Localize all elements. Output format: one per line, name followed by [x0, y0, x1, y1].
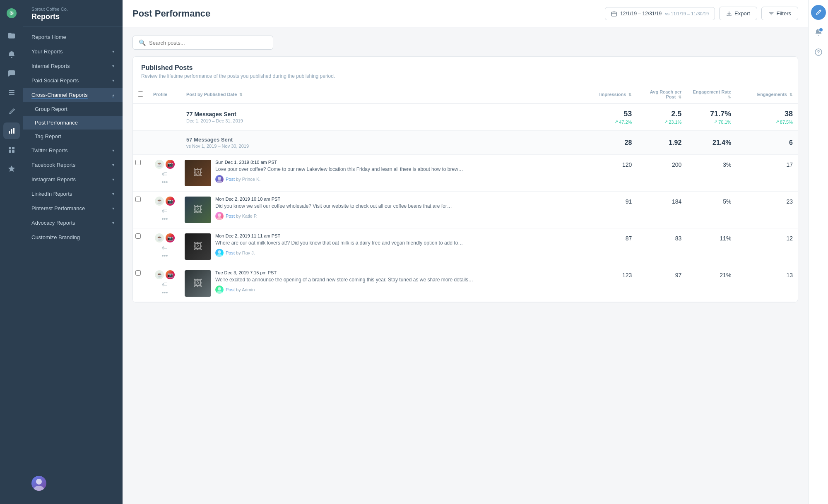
table-row: ☕ 📷 🏷 ••• 🖼 Mon Dec 2, 2019 11:11 am PST…: [133, 228, 798, 265]
post-impressions: 87: [580, 228, 637, 265]
post-engagement-rate: 11%: [686, 228, 736, 265]
col-header-avg-reach[interactable]: Avg Reach per Post ⇅: [637, 85, 686, 104]
sidebar-item-linkedin[interactable]: LinkedIn Reports ▾: [23, 187, 123, 201]
search-icon: 🔍: [139, 39, 146, 46]
posts-table: Profile Post by Published Date ⇅ Impress…: [133, 85, 798, 302]
export-button[interactable]: Export: [719, 7, 757, 20]
col-header-engagement-rate[interactable]: Engagement Rate ⇅: [686, 85, 736, 104]
sidebar-item-facebook[interactable]: Facebook Reports ▾: [23, 158, 123, 172]
svg-rect-9: [12, 150, 14, 153]
sidebar-item-paid-social[interactable]: Paid Social Reports ▾: [23, 73, 123, 88]
card-subtitle: Review the lifetime performance of the p…: [141, 73, 789, 79]
tag-icon[interactable]: 🏷: [162, 281, 168, 288]
instagram-icon: 📷: [166, 270, 175, 279]
more-options-icon[interactable]: •••: [162, 252, 168, 259]
post-author-label: Post by Admin: [226, 287, 255, 292]
help-button[interactable]: [811, 45, 826, 60]
table-row: ☕ 📷 🏷 ••• 🖼 Sun Dec 1, 2019 8:10 am PST …: [133, 155, 798, 192]
sidebar-item-instagram[interactable]: Instagram Reports ▾: [23, 172, 123, 187]
col-header-impressions[interactable]: Impressions ⇅: [580, 85, 637, 104]
user-avatar[interactable]: [31, 476, 46, 491]
calendar-icon: [611, 11, 617, 17]
engagements-trend: 87.5%: [741, 119, 793, 125]
svg-rect-6: [9, 147, 11, 149]
sort-icon: ⇅: [628, 93, 632, 97]
row-checkbox[interactable]: [135, 270, 141, 276]
post-avg-reach: 200: [637, 155, 686, 192]
sidebar-item-customize-branding[interactable]: Customize Branding: [23, 230, 123, 245]
col-header-engagements[interactable]: Engagements ⇅: [736, 85, 798, 104]
notifications-button[interactable]: [811, 25, 826, 40]
nav-icon-tasks[interactable]: [3, 84, 20, 101]
post-avg-reach: 184: [637, 192, 686, 228]
sidebar-nav: Reports Home Your Reports ▾ Internal Rep…: [23, 26, 123, 471]
search-input[interactable]: [149, 40, 267, 46]
svg-point-22: [218, 250, 221, 254]
nav-icon-publish[interactable]: [3, 142, 20, 158]
post-body: Where are our oat milk lovers at!? Did y…: [215, 240, 576, 247]
nav-icon-reports[interactable]: [3, 122, 20, 139]
sidebar-item-your-reports[interactable]: Your Reports ▾: [23, 44, 123, 59]
post-type: Post: [226, 250, 235, 255]
filters-button[interactable]: Filters: [761, 7, 798, 20]
sidebar-subitem-group-report[interactable]: Group Report: [23, 102, 123, 116]
compose-button[interactable]: [811, 5, 826, 20]
chevron-icon: ▾: [112, 206, 114, 211]
sidebar-item-twitter[interactable]: Twitter Reports ▾: [23, 143, 123, 158]
sidebar-item-cross-channel[interactable]: Cross-Channel Reports ▴: [23, 88, 123, 102]
summary-prev-messages: 57 Messages Sent: [186, 137, 575, 143]
svg-rect-1: [9, 92, 14, 93]
summary-previous-row: 57 Messages Sent vs Nov 1, 2019 – Nov 30…: [133, 131, 798, 155]
sort-icon: ⇅: [239, 93, 243, 97]
tag-icon[interactable]: 🏷: [162, 244, 168, 251]
col-header-post-date[interactable]: Post by Published Date ⇅: [181, 85, 580, 104]
sidebar-item-reports-home[interactable]: Reports Home: [23, 30, 123, 44]
main-content: Post Performance 12/1/19 – 12/31/19 vs 1…: [123, 0, 808, 504]
chevron-icon: ▾: [112, 221, 114, 225]
search-bar[interactable]: 🔍: [132, 36, 273, 50]
select-all-checkbox[interactable]: [138, 91, 143, 97]
more-options-icon[interactable]: •••: [162, 216, 168, 222]
sidebar-item-advocacy[interactable]: Advocacy Reports ▾: [23, 216, 123, 230]
tag-icon[interactable]: 🏷: [162, 170, 168, 177]
tag-icon[interactable]: 🏷: [162, 207, 168, 214]
card-title: Published Posts: [141, 64, 789, 72]
sidebar-item-pinterest[interactable]: Pinterest Performance ▾: [23, 201, 123, 216]
table-row: ☕ 📷 🏷 ••• 🖼 Mon Dec 2, 2019 10:10 am PST…: [133, 192, 798, 228]
post-avg-reach: 97: [637, 265, 686, 302]
page-title: Post Performance: [132, 8, 210, 19]
svg-point-16: [218, 177, 221, 180]
nav-icon-message[interactable]: [3, 65, 20, 82]
more-options-icon[interactable]: •••: [162, 289, 168, 296]
post-avg-reach: 83: [637, 228, 686, 265]
sidebar-subitem-tag-report[interactable]: Tag Report: [23, 130, 123, 143]
row-checkbox[interactable]: [135, 197, 141, 202]
svg-rect-12: [611, 12, 616, 16]
author-avatar: [215, 212, 224, 220]
post-thumbnail: 🖼: [185, 270, 211, 297]
more-options-icon[interactable]: •••: [162, 179, 168, 185]
nav-icon-compose[interactable]: [3, 103, 20, 120]
summary-prev-impressions: 28: [580, 131, 637, 155]
chevron-icon: ▾: [112, 163, 114, 167]
chevron-icon: ▾: [112, 49, 114, 54]
date-range-button[interactable]: 12/1/19 – 12/31/19 vs 11/1/19 – 11/30/19: [605, 7, 715, 20]
post-engagements: 17: [736, 155, 798, 192]
filters-icon: [768, 11, 774, 17]
sidebar-item-internal-reports[interactable]: Internal Reports ▾: [23, 59, 123, 73]
nav-icon-star[interactable]: [3, 161, 20, 177]
summary-current-engagements: 38: [741, 110, 793, 118]
post-thumbnail: 🖼: [185, 160, 211, 186]
post-author-label: Post by Ray J.: [226, 250, 255, 255]
sidebar-header: Sprout Coffee Co. Reports: [23, 0, 123, 26]
row-checkbox[interactable]: [135, 233, 141, 239]
sidebar-subitem-post-performance[interactable]: Post Performance: [23, 116, 123, 130]
svg-rect-14: [615, 11, 616, 12]
post-date: Tue Dec 3, 2019 7:15 pm PST: [215, 270, 576, 275]
nav-icon-bell[interactable]: [3, 46, 20, 63]
svg-point-25: [218, 287, 221, 290]
coffee-icon: ☕: [155, 233, 164, 242]
post-date: Mon Dec 2, 2019 11:11 am PST: [215, 233, 576, 238]
nav-icon-folder[interactable]: [3, 27, 20, 44]
row-checkbox[interactable]: [135, 160, 141, 165]
